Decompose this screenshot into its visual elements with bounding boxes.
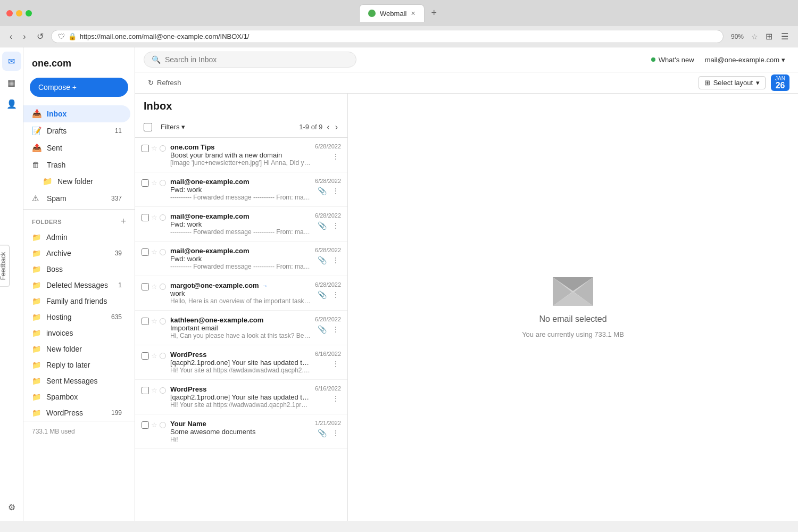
star-icon[interactable]: ☆	[151, 317, 157, 325]
whats-new-button[interactable]: What's new	[651, 56, 694, 64]
nav-item-sent[interactable]: 📤 Sent	[23, 139, 130, 156]
sidebar-icon-contacts[interactable]: 👤	[2, 94, 21, 113]
nav-item-inbox[interactable]: 📥 Inbox	[23, 105, 130, 122]
url-bar[interactable]: 🛡 🔒 https://mail.one.com/mail@one-exampl…	[51, 30, 724, 43]
nav-folder-item[interactable]: 📁 Archive 39	[23, 245, 130, 261]
email-row[interactable]: ☆ WordPress [qacph2.1prod.one] Your site…	[135, 380, 347, 414]
email-checkbox-6[interactable]	[142, 352, 149, 360]
email-menu-button[interactable]: ⋮	[330, 152, 341, 161]
email-menu-button[interactable]: ⋮	[330, 394, 341, 403]
email-actions: 📎 ⋮	[316, 325, 341, 334]
email-menu-button[interactable]: ⋮	[330, 290, 341, 300]
email-checkbox-3[interactable]	[142, 248, 149, 256]
star-icon[interactable]: ☆	[151, 282, 157, 290]
nav-folder-item[interactable]: 📁 Sent Messages	[23, 373, 130, 389]
email-menu-button[interactable]: ⋮	[330, 325, 341, 334]
nav-folder-item[interactable]: 📁 Boss	[23, 261, 130, 277]
new-tab-button[interactable]: +	[425, 4, 443, 22]
close-window-dot[interactable]	[6, 10, 13, 16]
sidebar-icon-calendar[interactable]: ▦	[2, 73, 21, 92]
attachment-icon[interactable]: 📎	[316, 221, 328, 230]
email-menu-button[interactable]: ⋮	[330, 186, 341, 196]
star-icon[interactable]: ☆	[151, 213, 157, 221]
nav-item-spam[interactable]: ⚠ Spam 337	[23, 190, 130, 207]
nav-folder-item[interactable]: 📁 invoices	[23, 325, 130, 341]
email-menu-button[interactable]: ⋮	[330, 255, 341, 265]
sidebar-icon-settings[interactable]: ⚙	[2, 497, 21, 517]
nav-folder-item[interactable]: 📁 Admin	[23, 229, 130, 245]
minimize-window-dot[interactable]	[16, 10, 22, 16]
email-row[interactable]: ☆ one.com Tips Boost your brand with a n…	[135, 138, 347, 172]
refresh-button[interactable]: ↻ Refresh	[144, 77, 186, 89]
profile-button[interactable]: ☰	[778, 29, 792, 44]
add-folder-button[interactable]: +	[120, 216, 126, 227]
nav-folder-item[interactable]: 📁 Reply to later	[23, 357, 130, 373]
nav-item-drafts[interactable]: 📝 Drafts 11	[23, 122, 130, 139]
extensions-button[interactable]: ⊞	[762, 29, 776, 44]
layout-icon: ⊞	[704, 79, 710, 87]
star-icon[interactable]: ☆	[151, 352, 157, 360]
email-row[interactable]: ☆ margot@one-example.com → work Hello, H…	[135, 276, 347, 311]
reload-button[interactable]: ↺	[34, 29, 47, 44]
folder-icon: 📁	[32, 409, 41, 417]
nav-folder-item[interactable]: 📁 Deleted Messages 1	[23, 277, 130, 293]
email-menu-button[interactable]: ⋮	[330, 359, 341, 369]
main-content: 🔍 What's new mail@one-example.com ▾ ↻ Re…	[135, 47, 798, 521]
inbox-title: Inbox	[144, 100, 172, 112]
select-layout-button[interactable]: ⊞ Select layout ▾	[699, 76, 766, 89]
email-checkbox-8[interactable]	[142, 421, 149, 429]
email-checkbox-7[interactable]	[142, 387, 149, 394]
email-menu-button[interactable]: ⋮	[330, 428, 341, 438]
email-row[interactable]: ☆ WordPress [qacph2.1prod.one] Your site…	[135, 345, 347, 380]
email-row[interactable]: ☆ Your Name Some awesome documents Hi! 1…	[135, 414, 347, 449]
email-sender: mail@one-example.com	[170, 247, 311, 255]
attachment-icon[interactable]: 📎	[316, 255, 328, 265]
select-all-checkbox[interactable]	[144, 123, 152, 131]
maximize-window-dot[interactable]	[26, 10, 32, 16]
filter-button[interactable]: Filters ▾	[156, 121, 189, 133]
zoom-badge[interactable]: 90%	[728, 32, 747, 41]
attachment-icon[interactable]: 📎	[316, 428, 328, 438]
user-email-dropdown[interactable]: mail@one-example.com ▾	[701, 54, 789, 66]
star-icon[interactable]: ☆	[151, 179, 157, 187]
email-checkbox-0[interactable]	[142, 145, 149, 152]
browser-tab-active[interactable]: Webmail ✕	[359, 4, 425, 22]
tab-close-icon[interactable]: ✕	[411, 10, 415, 17]
nav-item-trash[interactable]: 🗑 Trash	[23, 156, 130, 173]
email-row[interactable]: ☆ mail@one-example.com Fwd: work -------…	[135, 207, 347, 242]
back-button[interactable]: ‹	[6, 30, 15, 44]
star-icon[interactable]: ☆	[151, 421, 157, 429]
email-menu-button[interactable]: ⋮	[330, 221, 341, 230]
prev-page-button[interactable]: ‹	[326, 121, 330, 133]
nav-folder-item[interactable]: 📁 Spambox	[23, 389, 130, 405]
search-input[interactable]	[165, 55, 348, 64]
email-subject: work	[170, 289, 311, 297]
nav-folder-item[interactable]: 📁 WordPress 199	[23, 405, 130, 421]
email-checkbox-4[interactable]	[142, 283, 149, 290]
sidebar-icon-mail[interactable]: ✉	[2, 52, 21, 71]
email-checkbox-2[interactable]	[142, 214, 149, 221]
nav-folder-item[interactable]: 📁 Family and friends	[23, 293, 130, 309]
compose-button[interactable]: Compose +	[30, 78, 128, 97]
search-bar[interactable]: 🔍	[144, 52, 356, 68]
nav-folder-item[interactable]: 📁 New folder	[23, 341, 130, 357]
star-icon[interactable]: ☆	[151, 248, 157, 256]
star-icon[interactable]: ☆	[151, 386, 157, 394]
attachment-icon[interactable]: 📎	[316, 290, 328, 300]
brand-logo: one.com	[23, 54, 135, 78]
attachment-icon[interactable]: 📎	[316, 186, 328, 196]
email-checkbox-5[interactable]	[142, 318, 149, 325]
email-row[interactable]: ☆ mail@one-example.com Fwd: work -------…	[135, 172, 347, 207]
feedback-tab[interactable]: Feedback	[0, 245, 10, 287]
attachment-icon[interactable]: 📎	[316, 325, 328, 334]
forward-button[interactable]: ›	[20, 30, 29, 44]
email-row[interactable]: ☆ mail@one-example.com Fwd: work -------…	[135, 242, 347, 276]
url-text[interactable]: https://mail.one.com/mail@one-example.co…	[80, 32, 717, 40]
star-icon[interactable]: ☆	[151, 144, 157, 152]
email-checkbox-1[interactable]	[142, 179, 149, 187]
email-row[interactable]: ☆ kathleen@one-example.com Important ema…	[135, 311, 347, 345]
nav-folder-item[interactable]: 📁 Hosting 635	[23, 309, 130, 325]
next-page-button[interactable]: ›	[334, 121, 339, 133]
nav-item-new-folder-trash[interactable]: 📁 New folder	[23, 173, 130, 190]
bookmark-star-icon[interactable]: ☆	[751, 32, 758, 41]
